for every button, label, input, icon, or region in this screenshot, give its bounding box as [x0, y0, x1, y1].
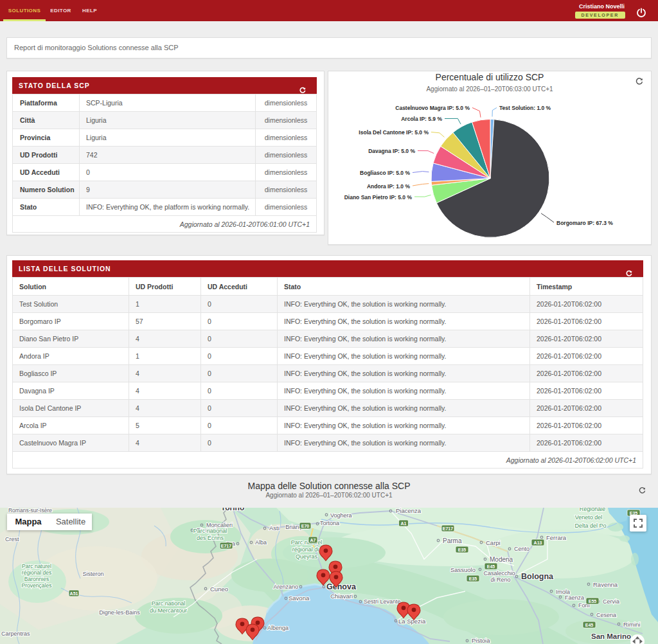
svg-text:San Marino: San Marino	[591, 632, 631, 640]
svg-text:E55: E55	[589, 599, 597, 604]
svg-text:Chiavari: Chiavari	[330, 593, 353, 600]
svg-text:du Mercantour: du Mercantour	[150, 607, 187, 614]
svg-text:Parc national: Parc national	[193, 528, 227, 534]
svg-text:A51: A51	[70, 591, 78, 596]
svg-text:Veneto del: Veneto del	[575, 514, 603, 521]
svg-text:Sassuolo: Sassuolo	[450, 566, 476, 573]
svg-text:Sisteron: Sisteron	[82, 571, 103, 577]
svg-text:A13: A13	[534, 541, 542, 545]
svg-text:Crest: Crest	[5, 536, 19, 542]
svg-text:Pistoia: Pistoia	[472, 637, 490, 644]
svg-text:Carpentras: Carpentras	[1, 631, 30, 637]
svg-text:Regionale: Regionale	[580, 508, 606, 512]
svg-text:Ravenna: Ravenna	[593, 581, 618, 588]
svg-text:Romans-sur-Isère: Romans-sur-Isère	[8, 508, 52, 514]
svg-text:E45: E45	[487, 564, 495, 569]
svg-text:Cervia: Cervia	[603, 598, 619, 605]
svg-text:Savona: Savona	[289, 595, 310, 602]
svg-text:E717: E717	[221, 544, 231, 548]
svg-text:E35: E35	[458, 548, 467, 552]
svg-text:Parma: Parma	[443, 537, 462, 544]
svg-text:E45: E45	[585, 623, 594, 627]
svg-text:A1: A1	[401, 521, 407, 526]
svg-text:Parc naturel: Parc naturel	[22, 563, 51, 569]
svg-text:Arenzano: Arenzano	[273, 584, 298, 590]
svg-text:Baronnies: Baronnies	[24, 576, 49, 582]
svg-text:Casalecchio: Casalecchio	[483, 570, 515, 577]
svg-text:des Écrins: des Écrins	[197, 535, 224, 541]
svg-text:Delta del Po: Delta del Po	[574, 523, 606, 529]
svg-text:Torino: Torino	[221, 508, 244, 512]
svg-text:Queyras: Queyras	[296, 553, 318, 560]
svg-text:La Spezia: La Spezia	[398, 618, 426, 625]
svg-text:Tortona: Tortona	[320, 520, 339, 526]
svg-text:Cento: Cento	[514, 546, 529, 552]
svg-text:E70: E70	[301, 524, 310, 528]
svg-text:Modena: Modena	[490, 556, 513, 563]
svg-text:Asti: Asti	[269, 524, 280, 532]
svg-text:Carpi: Carpi	[486, 539, 501, 546]
svg-text:Sestri Levante: Sestri Levante	[364, 598, 401, 605]
svg-text:A7: A7	[310, 538, 316, 542]
svg-text:régional des: régional des	[22, 569, 51, 576]
svg-text:Rimini: Rimini	[623, 621, 640, 628]
svg-text:E717: E717	[443, 526, 453, 531]
svg-text:Bologna: Bologna	[521, 572, 554, 581]
svg-text:Ferrara: Ferrara	[546, 534, 567, 541]
svg-text:E35: E35	[469, 577, 477, 581]
svg-text:Faenza: Faenza	[565, 595, 584, 601]
svg-text:Digne-les-Bains: Digne-les-Bains	[99, 609, 140, 616]
svg-text:Genova: Genova	[326, 582, 357, 591]
svg-text:di Reno: di Reno	[490, 577, 510, 583]
svg-text:Provençales: Provençales	[22, 582, 52, 589]
svg-text:Cesena: Cesena	[596, 612, 616, 618]
svg-text:Albenga: Albenga	[267, 625, 289, 631]
svg-text:régional du: régional du	[292, 546, 321, 553]
svg-text:Voghera: Voghera	[330, 512, 352, 519]
svg-text:Parc national: Parc national	[152, 600, 186, 607]
svg-text:Piacenza: Piacenza	[396, 508, 422, 514]
svg-text:Cuneo: Cuneo	[210, 586, 228, 593]
svg-text:Alba: Alba	[255, 539, 267, 546]
